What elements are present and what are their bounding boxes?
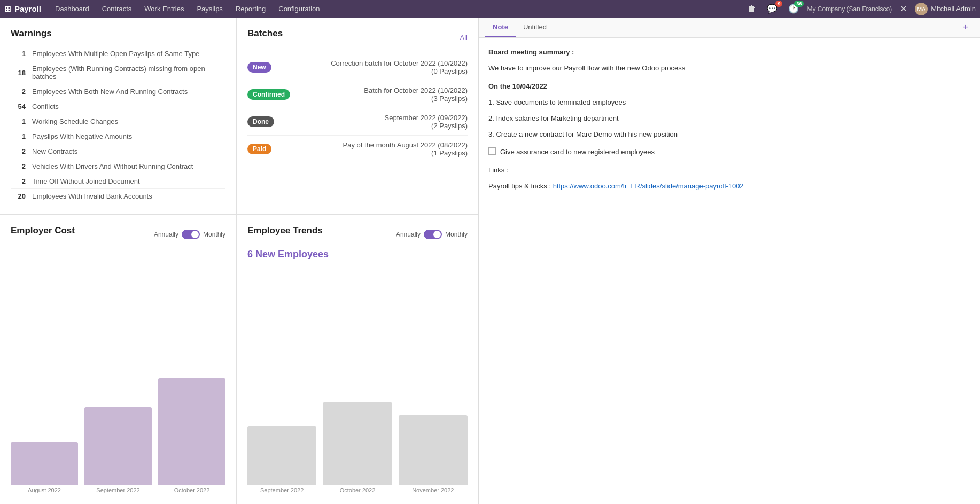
note-tabs: Note Untitled + bbox=[479, 18, 980, 38]
assurance-checkbox[interactable] bbox=[488, 147, 496, 155]
chart-bar bbox=[247, 426, 316, 485]
nav-contracts[interactable]: Contracts bbox=[97, 0, 137, 18]
batch-status-badge: New bbox=[247, 62, 271, 73]
warning-count: 2 bbox=[11, 177, 26, 185]
warning-label: Employees (With Running Contracts) missi… bbox=[32, 65, 225, 81]
chart-bar bbox=[323, 402, 392, 485]
employee-trends-toggle: Annually Monthly bbox=[396, 230, 468, 239]
chart-label: August 2022 bbox=[28, 487, 61, 493]
employee-trends-chart: September 2022 October 2022 November 202… bbox=[247, 265, 468, 493]
close-icon-btn[interactable]: ✕ bbox=[897, 3, 909, 15]
main-container: Warnings 1 Employees With Multiple Open … bbox=[0, 18, 980, 504]
nav-dashboard[interactable]: Dashboard bbox=[50, 0, 95, 18]
employee-trends-monthly-label: Monthly bbox=[445, 231, 468, 238]
batches-panel: Batches All New Correction batch for Oct… bbox=[237, 18, 478, 215]
warning-count: 2 bbox=[11, 88, 26, 96]
warning-row[interactable]: 2 Vehicles With Drivers And Without Runn… bbox=[11, 159, 225, 174]
date-title: On the 10/04/2022 bbox=[488, 81, 970, 92]
tab-untitled[interactable]: Untitled bbox=[516, 18, 554, 37]
batch-row[interactable]: Paid Pay of the month August 2022 (08/20… bbox=[247, 136, 468, 162]
warning-row[interactable]: 18 Employees (With Running Contracts) mi… bbox=[11, 61, 225, 84]
batch-row[interactable]: Done September 2022 (09/2022) (2 Payslip… bbox=[247, 108, 468, 136]
tab-note[interactable]: Note bbox=[485, 18, 516, 37]
employer-cost-toggle: Annually Monthly bbox=[154, 230, 225, 239]
batch-status-badge: Done bbox=[247, 116, 274, 127]
new-employees-label: 6 New Employees bbox=[247, 249, 468, 260]
warning-count: 1 bbox=[11, 132, 26, 140]
employer-cost-panel: Employer Cost Annually Monthly August 20… bbox=[0, 215, 237, 504]
chart-label: October 2022 bbox=[174, 487, 210, 493]
warning-row[interactable]: 1 Employees With Multiple Open Payslips … bbox=[11, 46, 225, 61]
chart-bar bbox=[399, 415, 468, 485]
warning-label: Working Schedule Changes bbox=[32, 117, 118, 125]
warning-row[interactable]: 2 Time Off Without Joined Document bbox=[11, 174, 225, 189]
top-navigation: ⊞ Payroll Dashboard Contracts Work Entri… bbox=[0, 0, 980, 18]
batches-header: Batches All bbox=[247, 28, 468, 46]
warning-label: Employees With Multiple Open Payslips of… bbox=[32, 50, 199, 58]
chart-bar bbox=[11, 442, 78, 485]
note-item-1: 1. Save documents to terminated employee… bbox=[488, 97, 970, 108]
employee-trends-title: Employee Trends bbox=[247, 225, 323, 236]
trash-icon: 🗑 bbox=[748, 4, 756, 13]
warning-label: New Contracts bbox=[32, 147, 77, 155]
right-panel: Note Untitled + Board meeting summary : … bbox=[478, 18, 980, 504]
employee-trends-header: Employee Trends Annually Monthly bbox=[247, 225, 468, 243]
employer-cost-chart: August 2022 September 2022 October 2022 bbox=[11, 249, 225, 493]
checkbox-row: Give assurance card to new registered em… bbox=[488, 146, 970, 158]
top-row: Warnings 1 Employees With Multiple Open … bbox=[0, 18, 478, 215]
nav-reporting[interactable]: Reporting bbox=[230, 0, 271, 18]
batch-subtitle: (0 Payslips) bbox=[331, 67, 468, 75]
batch-title: September 2022 (09/2022) bbox=[385, 114, 468, 122]
warning-row[interactable]: 2 New Contracts bbox=[11, 144, 225, 159]
nav-configuration[interactable]: Configuration bbox=[273, 0, 325, 18]
user-menu[interactable]: MA Mitchell Admin bbox=[915, 3, 976, 15]
trash-button[interactable]: 🗑 bbox=[745, 3, 759, 15]
batches-list: New Correction batch for October 2022 (1… bbox=[247, 54, 468, 162]
payroll-link[interactable]: https://www.odoo.com/fr_FR/slides/slide/… bbox=[553, 182, 744, 190]
batch-title: Correction batch for October 2022 (10/20… bbox=[331, 59, 468, 67]
warnings-panel: Warnings 1 Employees With Multiple Open … bbox=[0, 18, 237, 215]
employee-trends-toggle-switch[interactable] bbox=[424, 230, 442, 239]
nav-work-entries[interactable]: Work Entries bbox=[139, 0, 189, 18]
batch-subtitle: (1 Payslips) bbox=[343, 149, 468, 157]
company-label: My Company (San Francisco) bbox=[807, 5, 892, 13]
payroll-tips-row: Payroll tips & tricks : https://www.odoo… bbox=[488, 180, 970, 192]
brand-logo[interactable]: ⊞ Payroll bbox=[4, 4, 41, 14]
nav-payslips[interactable]: Payslips bbox=[191, 0, 228, 18]
chat-button[interactable]: 💬 9 bbox=[764, 3, 780, 15]
warning-count: 18 bbox=[11, 69, 26, 77]
warnings-list: 1 Employees With Multiple Open Payslips … bbox=[11, 46, 225, 203]
employer-cost-annually-label: Annually bbox=[154, 231, 178, 238]
avatar: MA bbox=[915, 3, 928, 15]
chart-label: September 2022 bbox=[96, 487, 139, 493]
activity-badge: 36 bbox=[794, 1, 804, 7]
close-icon: ✕ bbox=[900, 4, 907, 13]
warning-row[interactable]: 2 Employees With Both New And Running Co… bbox=[11, 84, 225, 99]
warning-row[interactable]: 1 Working Schedule Changes bbox=[11, 114, 225, 129]
warning-row[interactable]: 1 Payslips With Negative Amounts bbox=[11, 129, 225, 144]
warning-row[interactable]: 20 Employees With Invalid Bank Accounts bbox=[11, 189, 225, 203]
warning-label: Time Off Without Joined Document bbox=[32, 177, 140, 185]
brand-name: Payroll bbox=[14, 4, 41, 13]
bottom-row: Employer Cost Annually Monthly August 20… bbox=[0, 215, 478, 504]
warning-row[interactable]: 54 Conflicts bbox=[11, 99, 225, 114]
add-note-button[interactable]: + bbox=[957, 19, 974, 36]
employer-cost-toggle-switch[interactable] bbox=[182, 230, 200, 239]
warning-label: Vehicles With Drivers And Without Runnin… bbox=[32, 162, 193, 170]
warning-count: 1 bbox=[11, 117, 26, 125]
employee-trends-annually-label: Annually bbox=[396, 231, 421, 238]
employee-trends-panel: Employee Trends Annually Monthly 6 New E… bbox=[237, 215, 478, 504]
warning-label: Employees With Both New And Running Cont… bbox=[32, 88, 188, 96]
activity-button[interactable]: 🕐 36 bbox=[785, 3, 802, 15]
warning-count: 2 bbox=[11, 162, 26, 170]
checkbox-label: Give assurance card to new registered em… bbox=[500, 146, 655, 158]
batch-title: Pay of the month August 2022 (08/2022) bbox=[343, 141, 468, 149]
batches-all-link[interactable]: All bbox=[460, 34, 468, 42]
note-item-3: 3. Create a new contract for Marc Demo w… bbox=[488, 129, 970, 140]
chart-bar-group: November 2022 bbox=[399, 415, 468, 493]
batch-row[interactable]: New Correction batch for October 2022 (1… bbox=[247, 54, 468, 81]
note-content: Board meeting summary : We have to impro… bbox=[479, 38, 980, 504]
board-meeting-title: Board meeting summary : bbox=[488, 46, 970, 58]
batch-row[interactable]: Confirmed Batch for October 2022 (10/202… bbox=[247, 81, 468, 108]
employer-cost-monthly-label: Monthly bbox=[203, 231, 225, 238]
